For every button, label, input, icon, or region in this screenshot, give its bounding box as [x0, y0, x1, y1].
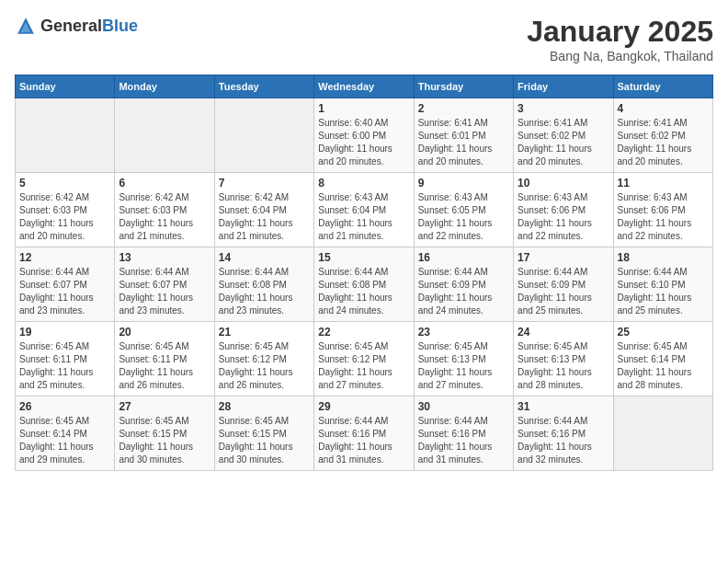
- logo: GeneralBlue: [15, 15, 138, 37]
- day-number: 5: [19, 177, 110, 190]
- weekday-header-row: SundayMondayTuesdayWednesdayThursdayFrid…: [16, 75, 713, 98]
- calendar-body: 1Sunrise: 6:40 AM Sunset: 6:00 PM Daylig…: [16, 98, 713, 471]
- calendar-cell: 1Sunrise: 6:40 AM Sunset: 6:00 PM Daylig…: [314, 98, 414, 173]
- day-info: Sunrise: 6:45 AM Sunset: 6:12 PM Dayligh…: [219, 340, 310, 392]
- calendar-cell: 11Sunrise: 6:43 AM Sunset: 6:06 PM Dayli…: [613, 173, 712, 247]
- calendar-cell: 10Sunrise: 6:43 AM Sunset: 6:06 PM Dayli…: [514, 173, 613, 247]
- day-number: 30: [418, 400, 509, 413]
- weekday-monday: Monday: [115, 75, 214, 98]
- day-info: Sunrise: 6:41 AM Sunset: 6:01 PM Dayligh…: [418, 117, 509, 168]
- day-number: 2: [418, 102, 509, 115]
- day-info: Sunrise: 6:45 AM Sunset: 6:15 PM Dayligh…: [219, 415, 310, 466]
- page-header: GeneralBlue January 2025 Bang Na, Bangko…: [15, 15, 713, 63]
- calendar-cell: [613, 396, 712, 471]
- calendar-cell: 22Sunrise: 6:45 AM Sunset: 6:12 PM Dayli…: [314, 322, 414, 396]
- week-row-1: 5Sunrise: 6:42 AM Sunset: 6:03 PM Daylig…: [16, 173, 713, 247]
- day-number: 12: [19, 251, 110, 264]
- calendar-cell: 13Sunrise: 6:44 AM Sunset: 6:07 PM Dayli…: [115, 247, 214, 322]
- calendar-cell: 30Sunrise: 6:44 AM Sunset: 6:16 PM Dayli…: [414, 396, 513, 471]
- day-info: Sunrise: 6:44 AM Sunset: 6:08 PM Dayligh…: [219, 266, 310, 317]
- day-number: 9: [418, 177, 509, 190]
- calendar-cell: 6Sunrise: 6:42 AM Sunset: 6:03 PM Daylig…: [115, 173, 214, 247]
- calendar-cell: 3Sunrise: 6:41 AM Sunset: 6:02 PM Daylig…: [514, 98, 613, 173]
- calendar-cell: 31Sunrise: 6:44 AM Sunset: 6:16 PM Dayli…: [514, 396, 613, 471]
- day-number: 25: [618, 326, 709, 339]
- day-number: 7: [219, 177, 310, 190]
- calendar-cell: 27Sunrise: 6:45 AM Sunset: 6:15 PM Dayli…: [115, 396, 214, 471]
- calendar-cell: 18Sunrise: 6:44 AM Sunset: 6:10 PM Dayli…: [613, 247, 712, 322]
- week-row-4: 26Sunrise: 6:45 AM Sunset: 6:14 PM Dayli…: [16, 396, 713, 471]
- day-info: Sunrise: 6:45 AM Sunset: 6:14 PM Dayligh…: [618, 340, 709, 392]
- day-info: Sunrise: 6:44 AM Sunset: 6:16 PM Dayligh…: [418, 415, 509, 466]
- calendar-subtitle: Bang Na, Bangkok, Thailand: [527, 49, 713, 63]
- day-number: 13: [119, 251, 210, 264]
- day-info: Sunrise: 6:42 AM Sunset: 6:03 PM Dayligh…: [119, 191, 210, 243]
- calendar-cell: 20Sunrise: 6:45 AM Sunset: 6:11 PM Dayli…: [115, 322, 214, 396]
- weekday-tuesday: Tuesday: [214, 75, 313, 98]
- day-info: Sunrise: 6:45 AM Sunset: 6:11 PM Dayligh…: [119, 340, 210, 392]
- calendar-cell: 12Sunrise: 6:44 AM Sunset: 6:07 PM Dayli…: [16, 247, 115, 322]
- day-info: Sunrise: 6:44 AM Sunset: 6:07 PM Dayligh…: [19, 266, 110, 317]
- calendar-cell: 8Sunrise: 6:43 AM Sunset: 6:04 PM Daylig…: [314, 173, 414, 247]
- calendar-cell: 15Sunrise: 6:44 AM Sunset: 6:08 PM Dayli…: [314, 247, 414, 322]
- calendar-cell: [115, 98, 214, 173]
- day-number: 24: [518, 326, 609, 339]
- day-number: 6: [119, 177, 210, 190]
- calendar-cell: 25Sunrise: 6:45 AM Sunset: 6:14 PM Dayli…: [613, 322, 712, 396]
- day-info: Sunrise: 6:44 AM Sunset: 6:16 PM Dayligh…: [318, 415, 409, 466]
- calendar-cell: 28Sunrise: 6:45 AM Sunset: 6:15 PM Dayli…: [214, 396, 313, 471]
- day-number: 1: [318, 102, 409, 115]
- day-number: 11: [618, 177, 709, 190]
- logo-blue: Blue: [102, 17, 138, 35]
- weekday-thursday: Thursday: [414, 75, 513, 98]
- day-info: Sunrise: 6:42 AM Sunset: 6:03 PM Dayligh…: [19, 191, 110, 243]
- day-number: 28: [219, 400, 310, 413]
- day-number: 23: [418, 326, 509, 339]
- title-section: January 2025 Bang Na, Bangkok, Thailand: [527, 15, 713, 63]
- day-info: Sunrise: 6:44 AM Sunset: 6:10 PM Dayligh…: [618, 266, 709, 317]
- day-number: 4: [618, 102, 709, 115]
- day-info: Sunrise: 6:45 AM Sunset: 6:13 PM Dayligh…: [518, 340, 609, 392]
- calendar-cell: 7Sunrise: 6:42 AM Sunset: 6:04 PM Daylig…: [214, 173, 313, 247]
- calendar-cell: [16, 98, 115, 173]
- day-number: 18: [618, 251, 709, 264]
- day-info: Sunrise: 6:44 AM Sunset: 6:16 PM Dayligh…: [518, 415, 609, 466]
- week-row-3: 19Sunrise: 6:45 AM Sunset: 6:11 PM Dayli…: [16, 322, 713, 396]
- calendar-cell: 23Sunrise: 6:45 AM Sunset: 6:13 PM Dayli…: [414, 322, 513, 396]
- day-number: 14: [219, 251, 310, 264]
- day-number: 19: [19, 326, 110, 339]
- day-info: Sunrise: 6:45 AM Sunset: 6:11 PM Dayligh…: [19, 340, 110, 392]
- calendar-cell: 26Sunrise: 6:45 AM Sunset: 6:14 PM Dayli…: [16, 396, 115, 471]
- day-info: Sunrise: 6:41 AM Sunset: 6:02 PM Dayligh…: [518, 117, 609, 168]
- day-info: Sunrise: 6:43 AM Sunset: 6:06 PM Dayligh…: [518, 191, 609, 243]
- day-number: 31: [518, 400, 609, 413]
- day-number: 22: [318, 326, 409, 339]
- day-number: 8: [318, 177, 409, 190]
- weekday-friday: Friday: [514, 75, 613, 98]
- day-info: Sunrise: 6:43 AM Sunset: 6:06 PM Dayligh…: [618, 191, 709, 243]
- day-number: 21: [219, 326, 310, 339]
- weekday-sunday: Sunday: [16, 75, 115, 98]
- calendar-cell: 21Sunrise: 6:45 AM Sunset: 6:12 PM Dayli…: [214, 322, 313, 396]
- day-number: 3: [518, 102, 609, 115]
- day-number: 26: [19, 400, 110, 413]
- day-number: 29: [318, 400, 409, 413]
- day-info: Sunrise: 6:44 AM Sunset: 6:09 PM Dayligh…: [518, 266, 609, 317]
- day-info: Sunrise: 6:44 AM Sunset: 6:09 PM Dayligh…: [418, 266, 509, 317]
- day-info: Sunrise: 6:40 AM Sunset: 6:00 PM Dayligh…: [318, 117, 409, 168]
- day-info: Sunrise: 6:41 AM Sunset: 6:02 PM Dayligh…: [618, 117, 709, 168]
- logo-icon: [15, 15, 37, 37]
- day-info: Sunrise: 6:43 AM Sunset: 6:04 PM Dayligh…: [318, 191, 409, 243]
- day-info: Sunrise: 6:44 AM Sunset: 6:08 PM Dayligh…: [318, 266, 409, 317]
- day-number: 27: [119, 400, 210, 413]
- day-info: Sunrise: 6:45 AM Sunset: 6:12 PM Dayligh…: [318, 340, 409, 392]
- calendar-header: SundayMondayTuesdayWednesdayThursdayFrid…: [16, 75, 713, 98]
- weekday-wednesday: Wednesday: [314, 75, 414, 98]
- calendar-cell: 24Sunrise: 6:45 AM Sunset: 6:13 PM Dayli…: [514, 322, 613, 396]
- day-info: Sunrise: 6:45 AM Sunset: 6:15 PM Dayligh…: [119, 415, 210, 466]
- calendar-cell: 14Sunrise: 6:44 AM Sunset: 6:08 PM Dayli…: [214, 247, 313, 322]
- day-info: Sunrise: 6:43 AM Sunset: 6:05 PM Dayligh…: [418, 191, 509, 243]
- calendar-cell: 29Sunrise: 6:44 AM Sunset: 6:16 PM Dayli…: [314, 396, 414, 471]
- calendar-cell: 2Sunrise: 6:41 AM Sunset: 6:01 PM Daylig…: [414, 98, 513, 173]
- calendar-cell: 4Sunrise: 6:41 AM Sunset: 6:02 PM Daylig…: [613, 98, 712, 173]
